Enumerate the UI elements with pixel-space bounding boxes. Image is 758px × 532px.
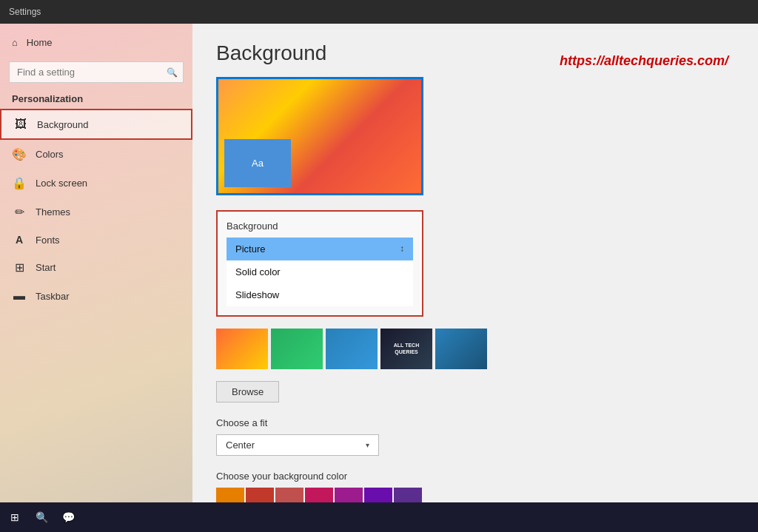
- taskbar-start-icon[interactable]: ⊞: [6, 508, 24, 526]
- start-icon: ⊞: [12, 260, 27, 275]
- sidebar-themes-label: Themes: [36, 206, 70, 218]
- sidebar-home-label: Home: [27, 37, 53, 48]
- titlebar-title: Settings: [9, 7, 41, 17]
- watermark: https://alltechqueries.com/: [560, 53, 728, 69]
- preview-aa-text: Aa: [252, 158, 264, 169]
- background-preview: Aa: [216, 77, 423, 195]
- personalization-section-title: Personalization: [0, 89, 192, 109]
- dropdown-option-slideshow[interactable]: Slideshow: [227, 283, 413, 306]
- sidebar-item-fonts[interactable]: A Fonts: [0, 226, 192, 253]
- home-icon: ⌂: [12, 37, 18, 48]
- themes-icon: ✏: [12, 205, 27, 219]
- sidebar-search: 🔍: [9, 61, 184, 83]
- thumb-4[interactable]: ALL TECH QUERIES: [380, 329, 432, 369]
- sidebar: ⌂ Home 🔍 Personalization 🖼 Background 🎨 …: [0, 24, 192, 532]
- titlebar: Settings: [0, 0, 758, 24]
- sidebar-taskbar-label: Taskbar: [36, 291, 70, 302]
- sidebar-item-background[interactable]: 🖼 Background: [0, 109, 192, 140]
- dropdown-label: Background: [227, 220, 413, 232]
- main-content: https://alltechqueries.com/ Background A…: [192, 24, 758, 532]
- app-container: ⌂ Home 🔍 Personalization 🖼 Background 🎨 …: [0, 24, 758, 532]
- thumb-5[interactable]: [435, 329, 487, 369]
- colors-icon: 🎨: [12, 147, 27, 161]
- sidebar-item-home[interactable]: ⌂ Home: [0, 30, 192, 55]
- choose-color-label: Choose your background color: [216, 471, 734, 482]
- background-icon: 🖼: [13, 118, 28, 131]
- chevron-down-icon: ▾: [366, 441, 369, 449]
- sidebar-item-start[interactable]: ⊞ Start: [0, 253, 192, 282]
- sidebar-background-label: Background: [37, 119, 88, 130]
- sidebar-item-taskbar[interactable]: ▬ Taskbar: [0, 282, 192, 310]
- lockscreen-icon: 🔒: [12, 176, 27, 190]
- sidebar-start-label: Start: [36, 262, 56, 273]
- dropdown-option-picture[interactable]: Picture ↕: [227, 238, 413, 260]
- thumb-1[interactable]: [216, 329, 268, 369]
- taskbar: ⊞ 🔍 💬: [0, 502, 758, 532]
- sidebar-colors-label: Colors: [36, 149, 64, 160]
- search-icon: 🔍: [167, 67, 178, 78]
- choose-fit-label: Choose a fit: [216, 417, 734, 428]
- sidebar-lockscreen-label: Lock screen: [36, 178, 87, 189]
- sidebar-item-colors[interactable]: 🎨 Colors: [0, 140, 192, 169]
- dropdown-section: Background Picture ↕ Solid color Slidesh…: [216, 210, 423, 317]
- browse-button[interactable]: Browse: [216, 381, 279, 403]
- taskbar-search-icon[interactable]: 🔍: [33, 508, 50, 526]
- search-input[interactable]: [9, 61, 184, 83]
- sidebar-item-lockscreen[interactable]: 🔒 Lock screen: [0, 169, 192, 198]
- fit-selected-value: Center: [226, 440, 255, 451]
- fonts-icon: A: [12, 234, 27, 246]
- taskbar-icon: ▬: [12, 289, 27, 303]
- sidebar-fonts-label: Fonts: [36, 235, 60, 246]
- taskbar-cortana-icon[interactable]: 💬: [59, 508, 77, 526]
- thumb-2[interactable]: [271, 329, 323, 369]
- fit-select[interactable]: Center ▾: [216, 434, 379, 456]
- dropdown-option-solid-color[interactable]: Solid color: [227, 260, 413, 283]
- sidebar-item-themes[interactable]: ✏ Themes: [0, 198, 192, 226]
- thumb-3[interactable]: [326, 329, 378, 369]
- recent-images: ALL TECH QUERIES: [216, 329, 734, 369]
